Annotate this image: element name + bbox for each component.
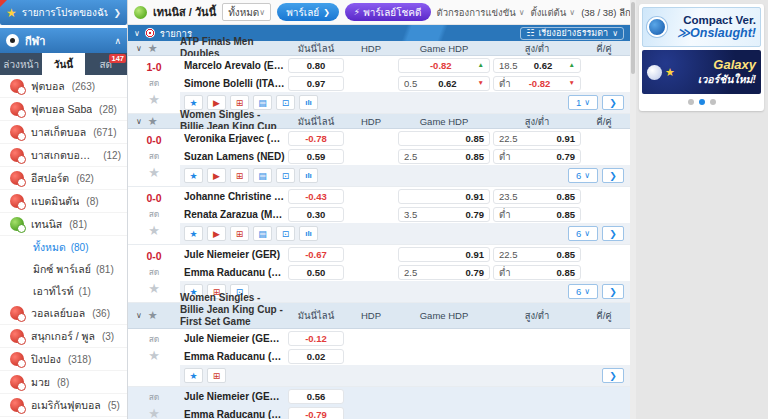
game-hdp-odds[interactable]: 0.91 bbox=[398, 189, 490, 204]
match-star-icon[interactable]: ★ bbox=[184, 368, 203, 383]
from-start-dropdown[interactable]: ตั้งแต่ต้น∨ bbox=[531, 5, 576, 20]
more-markets-dropdown[interactable]: 6∨ bbox=[568, 168, 598, 183]
over-under-odds[interactable]: 23.50.85 bbox=[493, 189, 581, 204]
moneyline-odds[interactable]: 0.59 bbox=[288, 149, 344, 164]
stats-icon[interactable]: ▤ bbox=[253, 95, 272, 110]
moneyline-odds[interactable]: -0.79 bbox=[288, 407, 344, 419]
sidebar-item-tennis[interactable]: เทนนิส(81) bbox=[0, 213, 127, 236]
sidebar-item-tennis-mix-parlay[interactable]: มิกซ์ พาร์เลย์(81) bbox=[0, 258, 127, 280]
tab-early[interactable]: ล่วงหน้า bbox=[0, 53, 42, 75]
over-under-odds[interactable]: ต่ำ0.85 bbox=[493, 265, 581, 280]
next-markets-button[interactable]: ❯ bbox=[602, 95, 624, 110]
next-markets-button[interactable]: ❯ bbox=[602, 368, 624, 383]
stats-icon[interactable]: ▤ bbox=[253, 226, 272, 241]
collapse-league-icon[interactable]: ∨ bbox=[136, 117, 142, 126]
match-favorite-icon[interactable]: ★ bbox=[148, 222, 160, 240]
match-favorite-icon[interactable]: ★ bbox=[148, 91, 160, 109]
tab-live[interactable]: สด147 bbox=[85, 53, 127, 75]
over-under-odds[interactable]: ต่ำ0.85 bbox=[493, 207, 581, 222]
league-favorite-icon[interactable]: ★ bbox=[148, 309, 158, 322]
promo-banner-galaxy[interactable]: ★ Galaxy เวอร์ชันใหม่! bbox=[642, 50, 761, 94]
live-play-icon[interactable]: ▶ bbox=[207, 95, 226, 110]
league-favorite-icon[interactable]: ★ bbox=[148, 115, 158, 128]
carousel-dot-2[interactable] bbox=[699, 99, 705, 105]
over-under-odds[interactable]: ต่ำ-0.82▼ bbox=[493, 76, 581, 91]
court-view-icon[interactable]: ⊞ bbox=[230, 95, 249, 110]
game-hdp-odds[interactable]: 3.50.79 bbox=[398, 207, 490, 222]
lucky-parlay-button[interactable]: ⚡พาร์เลย์โชคดี bbox=[345, 3, 431, 21]
parlay-button[interactable]: พาร์เลย์❯ bbox=[277, 3, 339, 21]
game-hdp-odds[interactable]: 2.50.79 bbox=[398, 265, 490, 280]
favorites-bar[interactable]: ★ รายการโปรดของฉัน ❯ bbox=[0, 0, 127, 25]
collapse-league-icon[interactable]: ∨ bbox=[136, 44, 142, 53]
chart-icon[interactable]: ılı bbox=[299, 168, 318, 183]
sidebar-item-tennis-all[interactable]: ทั้งหมด(80) bbox=[0, 236, 127, 258]
league-favorite-icon[interactable]: ★ bbox=[148, 42, 158, 55]
match-star-icon[interactable]: ★ bbox=[184, 168, 203, 183]
sidebar-item-table-tennis[interactable]: ปิงปอง(318) bbox=[0, 348, 127, 371]
carousel-dot-1[interactable] bbox=[688, 99, 694, 105]
moneyline-odds[interactable]: -0.78 bbox=[288, 131, 344, 146]
next-markets-button[interactable]: ❯ bbox=[602, 168, 624, 183]
over-under-odds[interactable]: ต่ำ0.79 bbox=[493, 149, 581, 164]
moneyline-odds[interactable]: 0.02 bbox=[288, 349, 344, 364]
stats-icon[interactable]: ▤ bbox=[253, 168, 272, 183]
scrollbar-thumb[interactable] bbox=[631, 2, 635, 74]
game-hdp-odds[interactable]: -0.82▲ bbox=[398, 58, 490, 73]
moneyline-odds[interactable]: 0.97 bbox=[288, 76, 344, 91]
carousel-dot-3[interactable] bbox=[710, 99, 716, 105]
next-markets-button[interactable]: ❯ bbox=[602, 226, 624, 241]
moneyline-odds[interactable]: 0.80 bbox=[288, 58, 344, 73]
competition-filter-dropdown[interactable]: ตัวกรองการแข่งขัน∨ bbox=[437, 5, 525, 20]
game-hdp-odds[interactable]: 2.50.85 bbox=[398, 149, 490, 164]
moneyline-odds[interactable]: -0.67 bbox=[288, 247, 344, 262]
moneyline-odds[interactable]: -0.12 bbox=[288, 331, 344, 346]
sidebar-item-snooker[interactable]: สนุกเกอร์ / พูล(3) bbox=[0, 325, 127, 348]
game-hdp-odds[interactable]: 0.91 bbox=[398, 247, 490, 262]
chart-icon[interactable]: ılı bbox=[299, 226, 318, 241]
sidebar-item-basketball[interactable]: บาสเก็ตบอล(671) bbox=[0, 121, 127, 144]
sidebar-item-badminton[interactable]: แบดมินตัน(8) bbox=[0, 190, 127, 213]
match-favorite-icon[interactable]: ★ bbox=[148, 347, 160, 365]
moneyline-odds[interactable]: 0.50 bbox=[288, 265, 344, 280]
sidebar-item-volleyball[interactable]: วอลเลย์บอล(36) bbox=[0, 302, 127, 325]
tab-today[interactable]: วันนี้ bbox=[42, 53, 84, 75]
match-star-icon[interactable]: ★ bbox=[184, 226, 203, 241]
collapse-all-icon[interactable]: ∨ bbox=[134, 29, 140, 38]
tv-stream-icon[interactable]: ⊡ bbox=[276, 95, 295, 110]
game-hdp-odds[interactable]: 0.50.62▼ bbox=[398, 76, 490, 91]
sidebar-item-football[interactable]: ฟุตบอล(263) bbox=[0, 75, 127, 98]
match-star-icon[interactable]: ★ bbox=[184, 95, 203, 110]
market-select[interactable]: ทั้งหมด∨ bbox=[222, 3, 271, 21]
live-play-icon[interactable]: ▶ bbox=[207, 226, 226, 241]
sidebar-item-american-football[interactable]: อเมริกันฟุตบอล(5) bbox=[0, 394, 127, 417]
sidebar-item-boxing[interactable]: มวย(8) bbox=[0, 371, 127, 394]
odds-value: -0.79 bbox=[305, 409, 327, 419]
match-favorite-icon[interactable]: ★ bbox=[148, 164, 160, 182]
sidebar-item-basketball-saba[interactable]: บาสเกตบอล Saba(12) bbox=[0, 144, 127, 167]
court-view-icon[interactable]: ⊞ bbox=[207, 368, 226, 383]
chart-icon[interactable]: ılı bbox=[299, 95, 318, 110]
over-under-odds[interactable]: 22.50.91 bbox=[493, 131, 581, 146]
court-view-icon[interactable]: ⊞ bbox=[230, 168, 249, 183]
tv-stream-icon[interactable]: ⊡ bbox=[276, 226, 295, 241]
live-play-icon[interactable]: ▶ bbox=[207, 168, 226, 183]
moneyline-odds[interactable]: 0.56 bbox=[288, 389, 344, 404]
collapse-league-icon[interactable]: ∨ bbox=[136, 311, 142, 320]
over-under-odds[interactable]: 18.50.62▲ bbox=[493, 58, 581, 73]
sports-header[interactable]: กีฬา ∧ bbox=[0, 28, 127, 53]
match-favorite-icon[interactable]: ★ bbox=[148, 405, 160, 419]
tv-stream-icon[interactable]: ⊡ bbox=[276, 168, 295, 183]
sidebar-item-esports[interactable]: อีสปอร์ต(62) bbox=[0, 167, 127, 190]
moneyline-odds[interactable]: -0.43 bbox=[288, 189, 344, 204]
moneyline-odds[interactable]: 0.30 bbox=[288, 207, 344, 222]
sidebar-item-tennis-outright[interactable]: เอาท์ไรท์(1) bbox=[0, 280, 127, 302]
game-hdp-odds[interactable]: 0.85 bbox=[398, 131, 490, 146]
more-markets-dropdown[interactable]: 1∨ bbox=[568, 95, 598, 110]
sidebar-item-football-saba[interactable]: ฟุตบอล Saba(28) bbox=[0, 98, 127, 121]
court-view-icon[interactable]: ⊞ bbox=[230, 226, 249, 241]
match-favorite-icon[interactable]: ★ bbox=[148, 280, 160, 298]
more-markets-dropdown[interactable]: 6∨ bbox=[568, 226, 598, 241]
over-under-odds[interactable]: 22.50.85 bbox=[493, 247, 581, 262]
promo-banner-compact[interactable]: Compact Ver. ≫Onslaught! bbox=[642, 7, 761, 47]
